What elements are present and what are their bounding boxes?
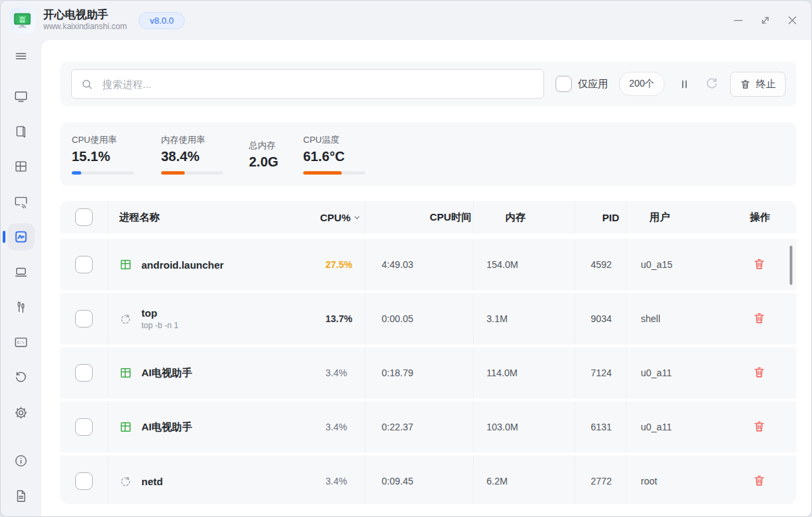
refresh-button[interactable] (704, 76, 720, 92)
header-checkbox-cell (60, 201, 108, 233)
kill-process-button[interactable] (752, 257, 767, 272)
terminate-trash-icon (740, 78, 751, 90)
sidebar-item-tv[interactable] (7, 83, 35, 110)
apps-only-toggle[interactable]: 仅应用 (556, 76, 608, 92)
header-cpu-time[interactable]: CPU时间 (365, 201, 473, 233)
stat-progress-track (303, 171, 365, 175)
row-checkbox[interactable] (75, 256, 93, 273)
sidebar-item-log-file[interactable] (7, 482, 35, 510)
search-box[interactable] (71, 69, 544, 99)
process-command: top -b -n 1 (141, 321, 179, 330)
stat-cpu-temperature: CPU温度 61.6°C (303, 134, 398, 175)
table-row[interactable]: AI电视助手 3.4% 0:18.79 114.0M 7124 u0_a11 (60, 347, 796, 399)
table-row[interactable]: android.launcher 27.5% 4:49.03 154.0M 45… (60, 239, 796, 290)
maximize-button[interactable] (757, 12, 773, 28)
stat-progress-fill (161, 171, 185, 175)
pause-button[interactable] (676, 76, 692, 92)
process-name: AI电视助手 (141, 367, 192, 380)
settings-gear-icon (14, 405, 28, 420)
cpu-percent: 3.4% (325, 422, 347, 432)
row-checkbox[interactable] (75, 418, 93, 436)
version-badge: v8.0.0 (139, 12, 184, 29)
terminate-button[interactable]: 终止 (730, 72, 786, 97)
select-all-checkbox[interactable] (75, 208, 93, 226)
terminal-icon: C:\ (14, 335, 28, 350)
process-table: 进程名称 CPU% CPU时间 内存 PID 用户 操作 android.lau… (60, 201, 796, 504)
terminate-label: 终止 (756, 78, 776, 91)
sidebar-item-info[interactable] (7, 447, 35, 474)
performance-chart-icon (14, 229, 28, 244)
history-refresh-icon (14, 370, 28, 385)
table-scrollbar[interactable] (790, 246, 792, 285)
sidebar-item-terminal[interactable]: C:\ (7, 329, 35, 356)
pid: 7124 (591, 367, 612, 378)
book-icon (14, 124, 28, 139)
header-pid[interactable]: PID (574, 201, 626, 233)
memory: 154.0M (487, 259, 518, 270)
memory: 103.0M (487, 422, 518, 432)
sidebar-item-laptop[interactable] (7, 258, 35, 286)
stat-progress-track (161, 171, 223, 175)
main-content: 仅应用 200个 终止 CPU使用率 15.1% (41, 40, 811, 516)
sidebar-item-apps[interactable] (7, 153, 35, 180)
kill-process-button[interactable] (752, 420, 767, 434)
header-cpu[interactable]: CPU% (315, 201, 365, 233)
apps-only-checkbox[interactable] (556, 76, 572, 92)
search-input[interactable] (101, 78, 535, 91)
kill-process-button[interactable] (752, 365, 767, 380)
stat-label: 内存使用率 (161, 134, 249, 146)
kill-process-button[interactable] (752, 474, 767, 489)
header-user[interactable]: 用户 (626, 201, 723, 233)
trash-icon (752, 474, 766, 487)
row-checkbox[interactable] (75, 472, 93, 490)
table-row[interactable]: AI电视助手 3.4% 0:22.37 103.0M 6131 u0_a11 (60, 401, 796, 453)
sort-chevron-down-icon (353, 213, 361, 222)
stat-value: 2.0G (249, 154, 303, 170)
sidebar-item-settings[interactable] (7, 399, 35, 426)
row-checkbox[interactable] (75, 364, 93, 382)
trash-icon (752, 257, 766, 271)
sidebar-item-book[interactable] (7, 118, 35, 145)
sidebar-item-history[interactable] (7, 364, 35, 391)
pause-icon (679, 78, 690, 90)
refresh-icon (704, 76, 719, 91)
info-icon (14, 453, 28, 468)
stat-label: CPU温度 (303, 134, 398, 146)
close-button[interactable] (784, 12, 800, 28)
memory: 114.0M (487, 367, 518, 378)
sidebar-item-performance[interactable] (7, 223, 35, 250)
row-checkbox[interactable] (75, 310, 93, 328)
sidebar-item-screencast[interactable] (7, 188, 35, 215)
sidebar-item-menu[interactable] (7, 43, 35, 70)
laptop-icon (14, 265, 28, 279)
header-memory[interactable]: 内存 (473, 201, 574, 233)
tv-android-logo-icon (11, 9, 34, 32)
table-row[interactable]: netd 3.4% 0:09.45 6.2M 2772 root (60, 455, 796, 504)
tools-icon (14, 300, 28, 315)
screencast-icon (14, 194, 28, 209)
process-count-badge: 200个 (619, 72, 664, 96)
user: u0_a15 (641, 259, 673, 270)
user: shell (641, 313, 660, 324)
app-url: www.kaixindianshi.com (43, 22, 127, 32)
process-name: netd (141, 476, 163, 487)
apps-icon (14, 159, 28, 174)
active-indicator (3, 231, 5, 243)
svg-text:C:\: C:\ (17, 340, 24, 345)
stat-progress-fill (72, 171, 81, 175)
table-row[interactable]: top top -b -n 1 13.7% 0:00.05 3.1M 9034 … (60, 293, 796, 344)
process-icon (119, 474, 133, 488)
process-icon (119, 312, 133, 325)
app-logo (9, 7, 35, 33)
kill-process-button[interactable] (752, 311, 767, 326)
trash-icon (752, 420, 766, 433)
log-file-icon (14, 489, 28, 503)
minimize-icon (731, 14, 745, 27)
pid: 2772 (591, 476, 612, 487)
sidebar-item-tools[interactable] (7, 294, 35, 321)
minimize-button[interactable] (730, 12, 746, 28)
cpu-time: 0:00.05 (382, 313, 413, 324)
toolbar-panel: 仅应用 200个 终止 (60, 62, 796, 106)
header-process-name[interactable]: 进程名称 (108, 201, 315, 233)
process-name: AI电视助手 (141, 421, 192, 434)
